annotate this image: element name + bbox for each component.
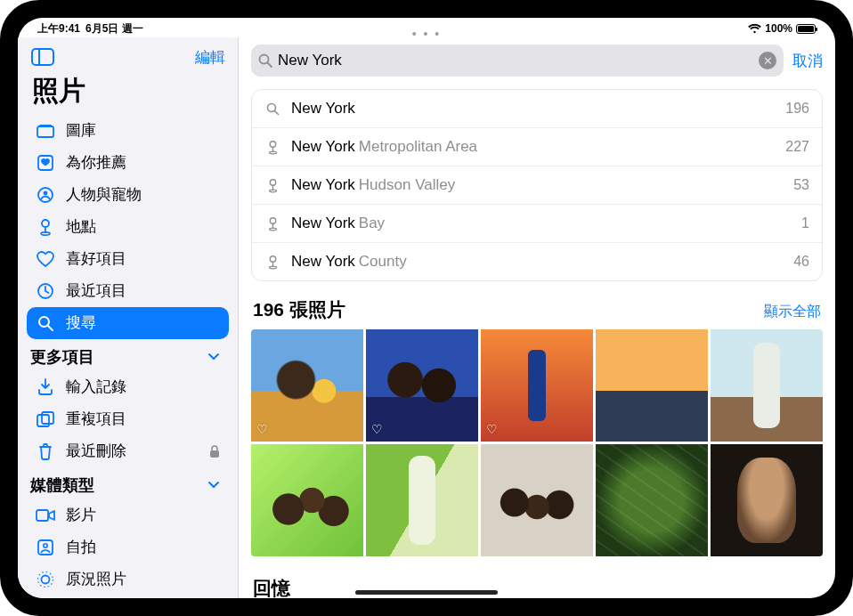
svg-line-12 bbox=[48, 326, 53, 330]
search-input[interactable] bbox=[278, 52, 753, 69]
svg-rect-0 bbox=[32, 49, 53, 65]
sidebar-item-label: 最近項目 bbox=[66, 281, 126, 301]
section-label: 媒體類型 bbox=[30, 474, 94, 496]
search-field[interactable]: ✕ bbox=[251, 45, 784, 77]
svg-rect-14 bbox=[42, 412, 53, 424]
photo-grid: ♡ ♡ ♡ bbox=[251, 329, 823, 556]
suggestion-text: New York bbox=[291, 253, 355, 270]
sidebar-item-places[interactable]: 地點 bbox=[27, 211, 229, 243]
wifi-icon bbox=[748, 24, 761, 34]
sidebar-item-library[interactable]: 圖庫 bbox=[27, 115, 229, 147]
suggestion-count: 46 bbox=[793, 254, 809, 270]
suggestion-row[interactable]: New YorkBay 1 bbox=[252, 204, 822, 242]
sidebar-item-label: 重複項目 bbox=[66, 409, 126, 429]
svg-point-20 bbox=[38, 572, 53, 588]
sidebar-item-recents[interactable]: 最近項目 bbox=[27, 275, 229, 307]
photo-thumbnail[interactable] bbox=[481, 444, 593, 556]
video-icon bbox=[36, 509, 55, 522]
sidebar-item-label: 喜好項目 bbox=[66, 249, 126, 269]
photo-thumbnail[interactable] bbox=[711, 444, 823, 556]
battery-percent: 100% bbox=[765, 22, 792, 35]
cancel-button[interactable]: 取消 bbox=[792, 51, 823, 71]
sidebar-item-label: 人物與寵物 bbox=[66, 185, 142, 205]
section-label: 更多項目 bbox=[30, 346, 94, 368]
library-icon bbox=[36, 124, 55, 138]
lock-icon bbox=[209, 445, 220, 458]
suggestion-extra: Bay bbox=[359, 215, 385, 231]
favorite-badge-icon: ♡ bbox=[371, 422, 383, 436]
people-icon bbox=[36, 187, 55, 203]
photo-thumbnail[interactable] bbox=[596, 444, 708, 556]
search-suggestions: New York 196 New YorkMetropolitan Area 2… bbox=[251, 89, 823, 281]
sidebar-item-label: 圖庫 bbox=[66, 121, 96, 141]
svg-point-38 bbox=[269, 266, 276, 269]
suggestion-text: New York bbox=[291, 138, 355, 155]
favorite-badge-icon: ♡ bbox=[256, 422, 268, 436]
pin-icon bbox=[264, 140, 280, 155]
svg-rect-3 bbox=[39, 125, 52, 126]
clear-search-button[interactable]: ✕ bbox=[759, 52, 776, 69]
photo-thumbnail[interactable] bbox=[366, 444, 478, 556]
edit-button[interactable]: 編輯 bbox=[195, 47, 225, 68]
svg-point-9 bbox=[41, 232, 50, 235]
suggestion-text: New York bbox=[291, 215, 355, 231]
sidebar-item-imports[interactable]: 輸入記錄 bbox=[27, 371, 229, 403]
duplicates-icon bbox=[36, 411, 55, 427]
chevron-down-icon bbox=[207, 481, 220, 490]
svg-point-33 bbox=[270, 217, 275, 223]
sidebar-item-label: 地點 bbox=[66, 217, 96, 237]
suggestion-row[interactable]: New York 196 bbox=[252, 90, 822, 127]
svg-point-32 bbox=[269, 190, 276, 192]
photo-thumbnail[interactable]: ♡ bbox=[251, 329, 363, 442]
places-icon bbox=[36, 218, 55, 236]
suggestion-row[interactable]: New YorkCounty 46 bbox=[252, 242, 822, 280]
suggestion-text: New York bbox=[291, 100, 355, 118]
sidebar-item-recently-deleted[interactable]: 最近刪除 bbox=[27, 435, 229, 467]
suggestion-extra: Metropolitan Area bbox=[359, 138, 477, 155]
sidebar-item-search[interactable]: 搜尋 bbox=[27, 307, 229, 339]
svg-point-19 bbox=[42, 576, 50, 584]
suggestion-row[interactable]: New YorkHudson Valley 53 bbox=[252, 166, 822, 204]
svg-rect-15 bbox=[210, 450, 219, 458]
battery-icon bbox=[796, 24, 816, 34]
photo-thumbnail[interactable]: ♡ bbox=[366, 329, 478, 442]
sidebar-item-foryou[interactable]: 為你推薦 bbox=[27, 147, 229, 179]
suggestion-row[interactable]: New YorkMetropolitan Area 227 bbox=[252, 127, 822, 166]
sidebar-item-favorites[interactable]: 喜好項目 bbox=[27, 243, 229, 275]
svg-point-27 bbox=[270, 141, 275, 146]
sidebar-item-label: 原況照片 bbox=[66, 570, 126, 589]
pin-icon bbox=[264, 216, 280, 231]
suggestion-count: 196 bbox=[785, 101, 809, 117]
suggestion-extra: Hudson Valley bbox=[359, 176, 455, 193]
photo-thumbnail[interactable]: ♡ bbox=[481, 329, 593, 442]
sidebar-toggle-icon[interactable] bbox=[30, 46, 55, 68]
sidebar: 編輯 照片 圖庫 為你推薦 人物與寵物 bbox=[18, 37, 239, 598]
favorite-badge-icon: ♡ bbox=[486, 422, 498, 436]
live-icon bbox=[36, 571, 55, 588]
sidebar-item-selfies[interactable]: 自拍 bbox=[27, 531, 229, 563]
sidebar-section-mediatypes[interactable]: 媒體類型 bbox=[27, 467, 229, 499]
home-indicator[interactable] bbox=[355, 590, 498, 595]
suggestion-extra: County bbox=[359, 253, 407, 270]
photo-thumbnail[interactable] bbox=[711, 329, 823, 442]
sidebar-item-portrait[interactable]: 人像 bbox=[27, 596, 229, 598]
status-time: 上午9:41 bbox=[37, 21, 80, 36]
svg-point-29 bbox=[269, 151, 276, 154]
sidebar-title: 照片 bbox=[27, 73, 229, 115]
sidebar-item-livephotos[interactable]: 原況照片 bbox=[27, 563, 229, 596]
sidebar-item-duplicates[interactable]: 重複項目 bbox=[27, 403, 229, 435]
photo-thumbnail[interactable] bbox=[251, 444, 363, 556]
search-icon bbox=[36, 315, 55, 331]
svg-point-30 bbox=[270, 179, 275, 184]
svg-point-7 bbox=[42, 220, 49, 227]
sidebar-section-more[interactable]: 更多項目 bbox=[27, 339, 229, 371]
show-all-button[interactable]: 顯示全部 bbox=[764, 303, 821, 321]
sidebar-item-people[interactable]: 人物與寵物 bbox=[27, 179, 229, 211]
recents-icon bbox=[36, 283, 55, 299]
sidebar-item-videos[interactable]: 影片 bbox=[27, 499, 229, 531]
svg-rect-2 bbox=[37, 126, 53, 137]
search-icon bbox=[264, 102, 280, 116]
photo-thumbnail[interactable] bbox=[596, 329, 708, 442]
suggestion-count: 53 bbox=[793, 177, 809, 193]
multitask-dots[interactable]: • • • bbox=[409, 27, 444, 41]
